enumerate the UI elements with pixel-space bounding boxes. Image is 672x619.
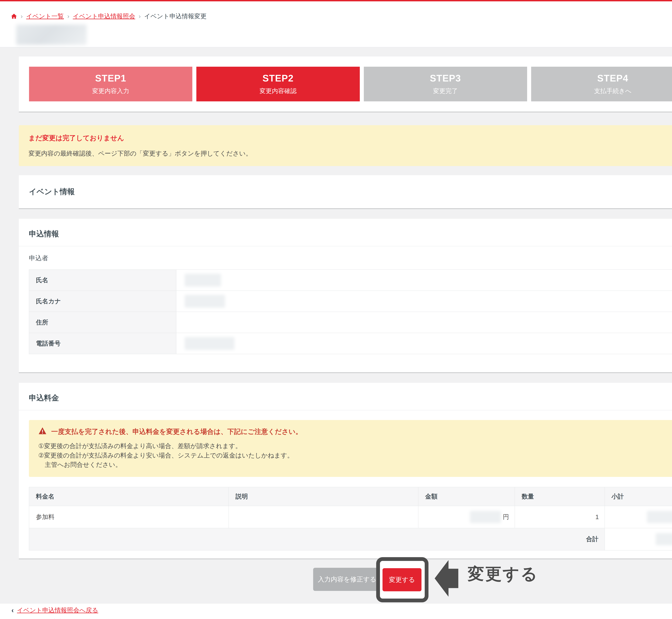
fee-description [229,506,418,528]
col-header-quantity: 数量 [515,487,604,506]
section-title: 申込情報 [29,229,672,239]
step-3: STEP3 変更完了 [364,67,527,101]
home-icon[interactable] [11,13,17,19]
change-button-highlight-frame: 変更する [376,557,429,602]
back-link-row: ‹ イベント申込情報照会へ戻る [11,606,672,614]
fee-warning: 一度支払を完了された後、申込料金を変更される場合は、下記にご注意ください。 ①変… [29,420,672,477]
fee-warning-line2: ②変更後の合計が支払済みの料金より安い場合、システム上での返金はいたしかねます。 [38,451,672,460]
table-row: 氏名 [29,270,672,291]
redacted-value [185,295,225,307]
action-buttons-row: 入力内容を修正する 変更する 変更する [19,559,672,604]
commerce-law-link[interactable]: 特定商取引法に基づく表記 [46,618,117,619]
change-button[interactable]: 変更する [382,568,422,591]
table-row: 電話番号 [29,333,672,354]
step-1: STEP1 変更内容入力 [29,67,192,101]
applicant-table: 氏名 氏名カナ 住所 電話番号 [29,269,672,354]
breadcrumb: › イベント一覧 › イベント申込情報照会 › イベント申込情報変更 [11,12,672,20]
fee-name: 参加料 [29,506,229,528]
main-content: STEP1 変更内容入力 STEP2 変更内容確認 STEP3 変更完了 STE… [0,57,672,604]
fee-table-header-row: 料金名 説明 金額 数量 小計 [29,487,672,506]
step-4: STEP4 支払手続きへ [531,67,672,101]
page: › イベント一覧 › イベント申込情報照会 › イベント申込情報変更 STEP1… [0,0,672,619]
incomplete-notice: まだ変更は完了しておりません 変更内容の最終確認後、ページ下部の「変更する」ボタ… [19,125,672,166]
table-row: 氏名カナ [29,291,672,312]
step-indicator: STEP1 変更内容入力 STEP2 変更内容確認 STEP3 変更完了 STE… [19,57,672,113]
col-header-fee-name: 料金名 [29,487,229,506]
step-label: 支払手続きへ [594,87,631,95]
breadcrumb-link-application-inquiry[interactable]: イベント申込情報照会 [73,12,135,20]
fee-warning-line1: ①変更後の合計が支払済みの料金より高い場合、差額が請求されます。 [38,441,672,451]
terms-link[interactable]: 利用規約 [11,618,35,619]
annotation-left-arrow-icon [435,559,458,598]
redacted-total [656,533,672,545]
quantity-value: 1 [595,513,599,521]
application-info-header[interactable]: 申込情報 [19,219,672,246]
application-fee-header: 申込料金 [19,383,672,410]
page-header: › イベント一覧 › イベント申込情報照会 › イベント申込情報変更 [0,1,672,47]
row-value-address [176,312,672,333]
top-accent-bar [0,0,672,1]
event-info-section: イベント情報 [19,175,672,209]
row-value-name [176,270,672,291]
row-label-name: 氏名 [29,270,176,291]
chevron-left-icon: ‹ [11,606,14,614]
fee-total-row: 合計 円 [29,528,672,550]
breadcrumb-separator: › [139,13,141,20]
breadcrumb-current: イベント申込情報変更 [144,12,207,20]
fee-table: 料金名 説明 金額 数量 小計 参加料 円 1 [29,487,672,550]
row-value-phone [176,333,672,354]
col-header-description: 説明 [229,487,418,506]
redacted-value [185,337,234,350]
step-number: STEP4 [597,73,628,84]
total-label: 合計 [29,528,605,550]
fee-quantity: 1 [515,506,604,528]
total-value: 円 [605,528,672,550]
step-number: STEP1 [95,73,126,84]
yen-unit: 円 [503,513,509,521]
fee-warning-lines: ①変更後の合計が支払済みの料金より高い場合、差額が請求されます。 ②変更後の合計… [38,441,672,469]
fee-amount: 円 [418,506,515,528]
footer-bottom-row: 利用規約 特定商取引法に基づく表記 Copyright © Japan Bask… [11,618,672,619]
breadcrumb-link-event-list[interactable]: イベント一覧 [26,12,64,20]
event-info-header[interactable]: イベント情報 [19,175,672,208]
redacted-subtotal [647,511,672,523]
redacted-amount [470,511,501,523]
step-label: 変更内容入力 [92,87,129,95]
application-fee-body: 一度支払を完了された後、申込料金を変更される場合は、下記にご注意ください。 ①変… [19,410,672,558]
row-value-kana [176,291,672,312]
fee-warning-line3: 主管へお問合せください。 [38,460,672,469]
step-number: STEP3 [430,73,461,84]
col-header-amount: 金額 [418,487,515,506]
fee-warning-title: 一度支払を完了された後、申込料金を変更される場合は、下記にご注意ください。 [51,427,302,436]
col-header-subtotal: 小計 [605,487,672,506]
notice-body: 変更内容の最終確認後、ページ下部の「変更する」ボタンを押してください。 [28,149,672,158]
step-number: STEP2 [263,73,294,84]
row-label-address: 住所 [29,312,176,333]
step-label: 変更内容確認 [259,87,297,95]
fee-row: 参加料 円 1 円 [29,506,672,528]
application-info-section: 申込情報 申込者 氏名 氏名カナ 住所 [19,219,672,373]
page-footer: ‹ イベント申込情報照会へ戻る 利用規約 特定商取引法に基づく表記 Copyri… [0,604,672,619]
step-label: 変更完了 [433,87,458,95]
row-label-phone: 電話番号 [29,333,176,354]
back-to-inquiry-link[interactable]: イベント申込情報照会へ戻る [17,606,98,614]
table-row: 住所 [29,312,672,333]
warning-triangle-icon [38,427,47,436]
breadcrumb-separator: › [21,13,23,20]
redacted-value [185,274,221,286]
application-info-body: 申込者 氏名 氏名カナ 住所 電話番号 [19,246,672,372]
annotation-label: 変更する [468,563,538,585]
step-2-current: STEP2 変更内容確認 [196,67,360,101]
footer-links: 利用規約 特定商取引法に基づく表記 [11,618,117,619]
applicant-group-label: 申込者 [29,254,672,263]
page-title-redacted [16,24,87,45]
fee-subtotal: 円 [605,506,672,528]
breadcrumb-separator: › [67,13,69,20]
modify-input-button[interactable]: 入力内容を修正する [313,568,381,591]
section-title: 申込料金 [29,393,672,403]
notice-title: まだ変更は完了しておりません [28,134,672,142]
row-label-kana: 氏名カナ [29,291,176,312]
fee-warning-title-row: 一度支払を完了された後、申込料金を変更される場合は、下記にご注意ください。 [38,427,672,436]
section-title: イベント情報 [29,187,672,197]
application-fee-section: 申込料金 一度支払を完了された後、申込料金を変更される場合は、下記にご注意くださ… [19,383,672,559]
